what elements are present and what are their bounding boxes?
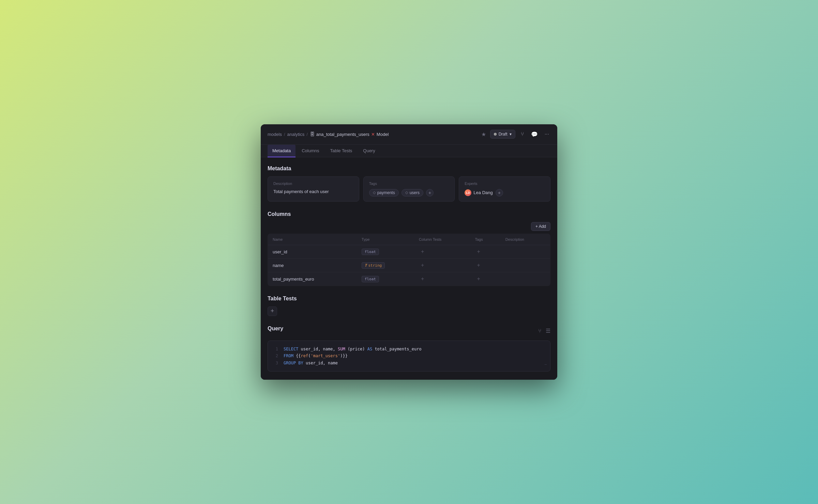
table-tests-section: Table Tests + [268,296,550,316]
tab-table-tests[interactable]: Table Tests [325,145,357,157]
add-column-label: + Add [535,224,546,229]
query-section: Query ⑂ ☰ 1 SELECT user_id, name, SUM (p… [268,326,550,372]
add-expert-button[interactable]: + [496,189,503,196]
query-title: Query [268,326,283,332]
draft-status-dot [494,133,497,136]
col-desc-user-id[interactable] [501,245,550,258]
expert-name: Lea Dang [473,190,493,195]
description-value[interactable]: Total payments of each user [273,189,353,194]
draft-chevron: ▾ [510,132,512,137]
expert-lea-dang: LD Lea Dang [465,189,493,196]
metadata-section: Metadata Description Total payments of e… [268,166,550,202]
add-column-test-name[interactable]: + [419,262,426,269]
code-block: 1 SELECT user_id, name, SUM (price) AS t… [268,341,550,372]
tab-query[interactable]: Query [358,145,380,157]
table-row: user_id float + + [268,245,550,258]
columns-table: Name Type Column Tests Tags Description … [268,234,550,286]
description-card: Description Total payments of each user [268,176,359,202]
query-branch-icon[interactable]: ⑂ [538,328,542,334]
col-tests-total-payments: + [414,272,470,286]
code-line-1: 1 SELECT user_id, name, SUM (price) AS t… [273,346,545,352]
col-name-user-id: user_id [268,245,357,258]
col-tests-name: + [414,258,470,272]
col-name-name: name [268,258,357,272]
col-type-user-id: float [357,245,414,258]
col-header-tags: Tags [470,234,501,245]
columns-title: Columns [268,211,550,217]
query-format-icon[interactable]: ☰ [546,328,550,334]
breadcrumb-type: Model [377,132,389,137]
col-type-name: T string [357,258,414,272]
star-icon[interactable]: ★ [481,131,486,138]
type-badge-string-name: T string [362,262,385,269]
tags-label: Tags [369,182,449,186]
breadcrumb: models / analytics / 🗄 ana_total_payment… [268,131,389,137]
experts-label: Experts [465,182,545,186]
breadcrumb-file[interactable]: ana_total_payments_users [316,132,369,137]
experts-container: LD Lea Dang + [465,189,545,196]
separator-2: / [306,132,308,137]
description-label: Description [273,182,353,186]
branch-icon[interactable]: ⑂ [519,130,526,139]
draft-button[interactable]: Draft ▾ [490,130,515,139]
comment-icon[interactable]: 💬 [530,130,539,139]
main-window: models / analytics / 🗄 ana_total_payment… [261,124,557,380]
add-tag-button[interactable]: + [426,189,434,196]
tag-payments-icon: ◇ [373,190,376,195]
col-tags-user-id: + [470,245,501,258]
tag-payments-label: payments [377,190,395,195]
col-type-total-payments: float [357,272,414,286]
col-tests-user-id: + [414,245,470,258]
tags-card: Tags ◇ payments ◇ users + [363,176,455,202]
expert-avatar: LD [465,189,471,196]
header: models / analytics / 🗄 ana_total_payment… [261,124,557,145]
line-num-1: 1 [273,346,278,352]
breadcrumb-current: 🗄 ana_total_payments_users ✕ Model [310,131,389,137]
code-line-2: 2 FROM {{ref('mart_users')}} [273,352,545,359]
col-header-name: Name [268,234,357,245]
add-tag-userid[interactable]: + [475,248,482,255]
type-badge-float-total: float [362,276,379,282]
table-row: total_payments_euro float + + [268,272,550,286]
header-actions: ★ Draft ▾ ⑂ 💬 ··· [481,130,550,139]
col-header-description: Description [501,234,550,245]
columns-header: + Add [268,222,550,231]
table-row: name T string + + [268,258,550,272]
breadcrumb-models[interactable]: models [268,132,282,137]
tab-metadata[interactable]: Metadata [268,145,296,157]
metadata-title: Metadata [268,166,550,172]
tab-columns[interactable]: Columns [297,145,324,157]
type-badge-float-userid: float [362,249,379,255]
col-desc-total-payments[interactable] [501,272,550,286]
col-tags-total-payments: + [470,272,501,286]
table-tests-title: Table Tests [268,296,550,302]
experts-card: Experts LD Lea Dang + [459,176,550,202]
tags-container: ◇ payments ◇ users + [369,189,449,196]
col-name-total-payments: total_payments_euro [268,272,357,286]
tag-users-icon: ◇ [405,190,408,195]
code-content-3: GROUP BY user_id, name [284,360,338,366]
content-area: Metadata Description Total payments of e… [261,157,557,380]
more-icon[interactable]: ··· [543,130,550,139]
add-tag-name[interactable]: + [475,262,482,269]
columns-section: Columns + Add Name Type Column Tests Tag… [268,211,550,286]
separator-1: / [284,132,285,137]
add-tag-total[interactable]: + [475,275,482,282]
add-column-test-total[interactable]: + [419,275,426,282]
line-num-3: 3 [273,360,278,366]
tag-payments[interactable]: ◇ payments [369,189,399,196]
metadata-cards: Description Total payments of each user … [268,176,550,202]
code-content-2: FROM {{ref('mart_users')}} [284,352,348,359]
col-desc-name[interactable] [501,258,550,272]
x-badge: ✕ [371,132,375,137]
tag-users[interactable]: ◇ users [402,189,423,196]
col-header-type: Type [357,234,414,245]
code-content-1: SELECT user_id, name, SUM (price) AS tot… [284,346,422,352]
line-num-2: 2 [273,352,278,359]
add-column-button[interactable]: + Add [531,222,550,231]
model-icon: 🗄 [310,131,315,137]
query-icons: ⑂ ☰ [538,328,550,334]
add-column-test-userid[interactable]: + [419,248,426,255]
add-table-test-button[interactable]: + [268,306,277,316]
breadcrumb-analytics[interactable]: analytics [287,132,305,137]
